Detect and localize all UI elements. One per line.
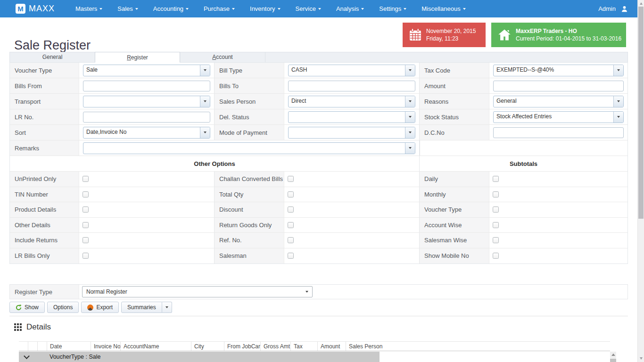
summaries-button[interactable]: Summaries [121, 302, 162, 313]
combo-arrow-button[interactable] [405, 65, 415, 76]
menu-item-miscellaneous[interactable]: Miscellaneous [414, 0, 473, 17]
transport-combo[interactable] [83, 96, 210, 107]
checkbox-cell [284, 233, 420, 248]
tab-account[interactable]: Account [180, 52, 265, 62]
checkbox-discount[interactable] [288, 206, 294, 213]
register-type-select[interactable]: Normal Register [82, 286, 313, 297]
checkbox-unprinted-only[interactable] [83, 176, 89, 182]
checkbox-voucher-type[interactable] [493, 206, 499, 213]
checkbox-monthly[interactable] [493, 191, 499, 197]
label-unprinted-only: UnPrinted Only [10, 172, 79, 187]
voucher-type-combo[interactable]: Sale [83, 65, 210, 76]
combo-arrow-button[interactable] [200, 65, 210, 76]
combo-arrow-button[interactable] [200, 96, 210, 107]
main-menu: Masters Sales Accounting Purchase Invent… [68, 0, 473, 17]
checkbox-challan-converted-bills[interactable] [288, 176, 294, 182]
scroll-down-button[interactable] [638, 355, 644, 362]
menu-item-settings[interactable]: Settings [372, 0, 414, 17]
checkbox-ref-no[interactable] [288, 237, 294, 243]
checkbox-cell [489, 172, 627, 187]
checkbox-lr-bills-only[interactable] [83, 253, 89, 259]
show-button[interactable]: Show [9, 302, 45, 313]
checkbox-cell [284, 172, 420, 187]
checkbox-daily[interactable] [493, 176, 499, 182]
checkbox-account-wise[interactable] [493, 222, 499, 228]
date-box: November 20, 2015 Friday, 11:23 [403, 23, 486, 47]
column-header-tax[interactable]: Tax [291, 342, 318, 351]
summaries-dropdown-button[interactable] [162, 302, 172, 313]
column-header-amount[interactable]: Amount [318, 342, 346, 351]
triangle-down-icon [204, 132, 206, 133]
combo-arrow-button[interactable] [613, 65, 623, 76]
checkbox-include-returns[interactable] [83, 237, 89, 243]
combo-arrow-button[interactable] [405, 127, 415, 138]
bill-type-combo[interactable]: CASH [288, 65, 415, 76]
dc-no-input[interactable] [493, 127, 624, 138]
menu-label: Service [296, 5, 316, 12]
grid-scrollbar-thumb[interactable] [610, 359, 616, 362]
caret-down-icon [186, 8, 189, 10]
column-header-city[interactable]: City [191, 342, 224, 351]
group-row-vouchertype-sale[interactable]: VoucherType : Sale [19, 352, 380, 362]
del-status-combo[interactable] [288, 111, 415, 123]
sales-person-combo[interactable]: Direct [288, 96, 415, 107]
column-header-gross-amt[interactable]: Gross Amt [261, 342, 291, 351]
checkbox-other-details[interactable] [83, 222, 89, 228]
reasons-combo[interactable]: General [493, 96, 624, 107]
combo-arrow-button[interactable] [405, 143, 415, 154]
bills-from-input[interactable] [83, 81, 210, 91]
tab-general[interactable]: General [10, 52, 95, 62]
combo-value: EXEMPTED--S-@40% [494, 65, 613, 76]
bills-to-input[interactable] [288, 81, 415, 91]
remarks-combo[interactable] [83, 142, 415, 154]
sort-combo[interactable]: Date,Invoice No [83, 127, 210, 139]
label-register-type: Register Type [10, 285, 79, 299]
column-header-account-name[interactable]: AccountName [121, 342, 191, 351]
column-header-date[interactable]: Date [47, 342, 91, 351]
menu-item-masters[interactable]: Masters [68, 0, 110, 17]
menu-item-accounting[interactable]: Accounting [146, 0, 196, 17]
page-scrollbar-thumb[interactable] [638, 7, 644, 219]
caret-down-icon [361, 8, 364, 10]
maxx-logo[interactable]: M MAXX [16, 4, 55, 14]
checkbox-tin-number[interactable] [83, 191, 89, 197]
checkbox-salesman[interactable] [288, 253, 294, 259]
combo-arrow-button[interactable] [200, 127, 210, 138]
column-header-from-jobcard[interactable]: From JobCard [224, 342, 261, 351]
menu-item-service[interactable]: Service [288, 0, 329, 17]
menu-item-purchase[interactable]: Purchase [196, 0, 242, 17]
combo-value: CASH [289, 65, 405, 76]
stock-status-combo[interactable]: Stock Affected Entries [493, 111, 624, 123]
amount-input[interactable] [493, 81, 624, 91]
menu-item-sales[interactable]: Sales [110, 0, 146, 17]
tax-code-combo[interactable]: EXEMPTED--S-@40% [493, 65, 624, 76]
combo-arrow-button[interactable] [405, 112, 415, 123]
register-type-row: Register Type Normal Register [9, 284, 628, 299]
checkbox-row: LR Bills Only Salesman Show Mobile No [10, 248, 627, 264]
checkbox-return-goods-only[interactable] [288, 222, 294, 228]
combo-arrow-button[interactable] [613, 112, 623, 123]
lr-no-input[interactable] [83, 112, 210, 123]
details-header: Details [9, 316, 628, 338]
checkbox-cell [79, 218, 215, 233]
column-header-sales-person[interactable]: Sales Person [346, 342, 610, 351]
mode-of-payment-combo[interactable] [288, 127, 415, 139]
combo-arrow-button[interactable] [613, 96, 623, 107]
checkbox-total-qty[interactable] [288, 191, 294, 197]
checkbox-salesman-wise[interactable] [493, 237, 499, 243]
caret-down-icon [318, 8, 321, 10]
combo-arrow-button[interactable] [405, 96, 415, 107]
checkbox-cell [79, 248, 215, 264]
label-stock-status: Stock Status [420, 109, 489, 124]
tab-register[interactable]: Register [95, 52, 180, 63]
grid-scroll-up-button[interactable] [610, 352, 616, 358]
menu-item-inventory[interactable]: Inventory [242, 0, 288, 17]
column-header-invoice-no[interactable]: Invoice No [91, 342, 121, 351]
user-menu[interactable]: Admin [598, 5, 628, 12]
options-button[interactable]: Options [47, 302, 79, 313]
scroll-up-button[interactable] [638, 0, 644, 7]
export-button[interactable]: Export [81, 302, 119, 313]
checkbox-show-mobile-no[interactable] [493, 253, 499, 259]
checkbox-product-details[interactable] [83, 206, 89, 213]
menu-item-analysis[interactable]: Analysis [329, 0, 372, 17]
